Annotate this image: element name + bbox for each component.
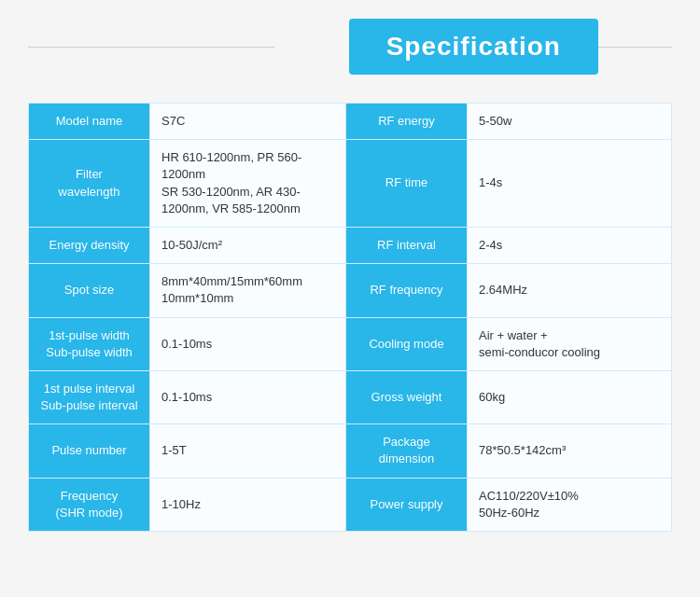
table-row: Pulse number1-5TPackage dimension78*50.5… xyxy=(29,424,672,478)
right-value-cell: 2-4s xyxy=(468,227,672,263)
header-line-left xyxy=(28,47,274,48)
left-value-cell: HR 610-1200nm, PR 560-1200nm SR 530-1200… xyxy=(150,140,346,228)
right-value-cell: 2.64MHz xyxy=(468,264,672,317)
table-row: Frequency (SHR mode)1-10HzPower supplyAC… xyxy=(29,478,672,531)
left-label-cell: Spot size xyxy=(29,264,150,317)
right-value-cell: 5-50w xyxy=(468,104,672,140)
left-label-cell: 1st-pulse width Sub-pulse width xyxy=(29,317,150,370)
right-value-cell: Air + water + semi-conducor cooling xyxy=(468,317,672,370)
table-row: Model nameS7CRF energy5-50w xyxy=(29,104,672,140)
right-value-cell: 60kg xyxy=(468,370,672,423)
right-label-cell: Gross weight xyxy=(346,370,468,423)
left-label-cell: Frequency (SHR mode) xyxy=(29,478,150,531)
table-row: Filter wavelengthHR 610-1200nm, PR 560-1… xyxy=(29,140,672,228)
left-value-cell: S7C xyxy=(150,104,346,140)
page-title: Specification xyxy=(349,19,598,75)
header-section: Specification xyxy=(28,19,672,75)
right-value-cell: 1-4s xyxy=(468,140,672,228)
right-label-cell: RF time xyxy=(346,140,468,228)
right-value-cell: 78*50.5*142cm³ xyxy=(468,424,672,478)
left-label-cell: Model name xyxy=(29,104,150,140)
table-row: 1st pulse interval Sub-pulse interval0.1… xyxy=(29,370,672,423)
left-label-cell: Filter wavelength xyxy=(29,140,150,228)
table-row: Spot size8mm*40mm/15mm*60mm 10mm*10mmRF … xyxy=(29,264,672,317)
right-label-cell: Package dimension xyxy=(346,424,468,478)
right-label-cell: Power supply xyxy=(346,478,468,531)
header-line-right xyxy=(598,47,672,48)
right-label-cell: RF energy xyxy=(346,104,468,140)
spec-table: Model nameS7CRF energy5-50wFilter wavele… xyxy=(28,103,672,532)
right-value-cell: AC110/220V±10% 50Hz-60Hz xyxy=(468,478,672,531)
left-value-cell: 1-10Hz xyxy=(150,478,346,531)
left-label-cell: Pulse number xyxy=(29,424,150,478)
table-row: Energy density10-50J/cm²RF interval2-4s xyxy=(29,227,672,263)
left-label-cell: Energy density xyxy=(29,227,150,263)
right-label-cell: RF interval xyxy=(346,227,468,263)
table-row: 1st-pulse width Sub-pulse width0.1-10msC… xyxy=(29,317,672,370)
right-label-cell: RF frequency xyxy=(346,264,468,317)
left-value-cell: 8mm*40mm/15mm*60mm 10mm*10mm xyxy=(150,264,346,317)
left-label-cell: 1st pulse interval Sub-pulse interval xyxy=(29,370,150,423)
right-label-cell: Cooling mode xyxy=(346,317,468,370)
left-value-cell: 0.1-10ms xyxy=(150,370,346,423)
left-value-cell: 1-5T xyxy=(150,424,346,478)
left-value-cell: 0.1-10ms xyxy=(150,317,346,370)
left-value-cell: 10-50J/cm² xyxy=(150,227,346,263)
